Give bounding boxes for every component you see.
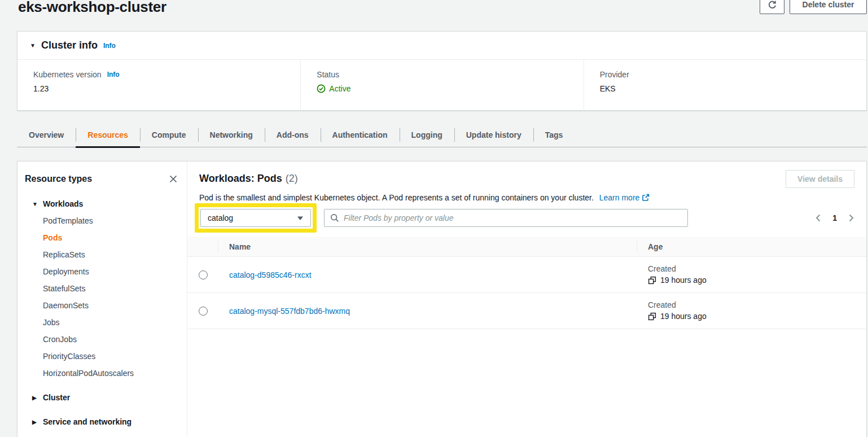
search-icon (330, 213, 339, 222)
tab-label: Add-ons (277, 130, 309, 139)
namespace-filter-dropdown[interactable]: catalog (200, 209, 311, 227)
chevron-down-icon (297, 216, 304, 221)
tab-compute[interactable]: Compute (140, 123, 198, 147)
cluster-info-panel: ▼ Cluster info Info Kubernetes version I… (17, 31, 867, 111)
refresh-icon (768, 0, 777, 10)
status-field: Status Active (300, 60, 583, 111)
sidebar-item-podtemplates[interactable]: PodTemplates (25, 212, 179, 229)
status-text: Active (329, 84, 350, 93)
table-row: catalog-d5985c46-rxcxt Created 19 hours … (187, 257, 866, 293)
pods-filter-searchbox[interactable] (324, 209, 688, 227)
status-label: Status (317, 70, 583, 79)
selection-column-header (187, 237, 218, 256)
sidebar-section-label: Cluster (43, 393, 70, 402)
provider-field: Provider EKS (584, 60, 866, 111)
tab-label: Update history (466, 130, 521, 139)
tab-networking[interactable]: Networking (198, 123, 265, 147)
pods-table-header: Name Age (187, 237, 866, 257)
view-details-button[interactable]: View details (786, 170, 854, 188)
highlight-annotation: catalog (195, 203, 317, 233)
tab-add-ons[interactable]: Add-ons (265, 123, 321, 147)
cluster-info-title: Cluster info (41, 40, 98, 51)
sidebar-item-cronjobs[interactable]: CronJobs (25, 331, 179, 348)
cluster-info-info-link[interactable]: Info (103, 42, 116, 50)
provider-label: Provider (600, 70, 866, 79)
tab-resources[interactable]: Resources (76, 123, 140, 147)
sidebar-item-jobs[interactable]: Jobs (25, 314, 179, 331)
page-title: eks-workshop-cluster (18, 0, 166, 16)
triangle-down-icon: ▼ (32, 201, 43, 207)
sidebar-item-replicasets[interactable]: ReplicaSets (25, 246, 179, 263)
sidebar-section-workloads-header[interactable]: ▼ Workloads (25, 195, 179, 212)
status-value: Active (317, 84, 583, 93)
tab-label: Networking (210, 130, 253, 139)
tab-update-history[interactable]: Update history (454, 123, 533, 147)
kubernetes-version-info-link[interactable]: Info (107, 71, 120, 78)
cluster-tab-bar: Overview Resources Compute Networking Ad… (17, 123, 867, 147)
collapse-caret-icon[interactable]: ▼ (30, 42, 36, 49)
sidebar-item-pods[interactable]: Pods (25, 229, 179, 246)
next-page-icon[interactable] (848, 213, 854, 222)
tab-authentication[interactable]: Authentication (321, 123, 400, 147)
pod-name-link[interactable]: catalog-mysql-557fdb7bd6-hwxmq (229, 307, 350, 316)
tab-tags[interactable]: Tags (533, 123, 575, 147)
tab-logging[interactable]: Logging (400, 123, 454, 147)
tab-label: Compute (152, 130, 186, 139)
refresh-button[interactable] (760, 0, 784, 14)
kubernetes-version-value: 1.23 (33, 84, 300, 93)
tab-label: Tags (545, 130, 563, 139)
tab-label: Authentication (332, 130, 388, 139)
cluster-info-body: Kubernetes version Info 1.23 Status Acti… (17, 60, 866, 111)
kubernetes-version-label-text: Kubernetes version (33, 70, 102, 79)
sidebar-item-priorityclasses[interactable]: PriorityClasses (25, 348, 179, 365)
learn-more-link[interactable]: Learn more (599, 193, 640, 202)
row-radio-button[interactable] (199, 270, 208, 279)
sidebar-section-workloads: ▼ Workloads PodTemplates Pods ReplicaSet… (25, 195, 179, 382)
age-column-header[interactable]: Age (637, 237, 866, 256)
status-check-icon (317, 84, 326, 93)
pagination: 1 (815, 213, 854, 222)
sidebar-section-service-networking-header[interactable]: ▶ Service and networking (25, 413, 179, 430)
current-page-number[interactable]: 1 (832, 213, 837, 222)
pods-table: Name Age catalog-d5985c46-rxcxt Created … (187, 237, 866, 329)
close-icon[interactable] (169, 174, 178, 183)
sidebar-section-service-networking: ▶ Service and networking (25, 413, 179, 430)
tab-label: Overview (29, 130, 64, 139)
dropdown-selected-value: catalog (208, 213, 233, 222)
sidebar-section-label: Service and networking (43, 417, 131, 426)
pods-filter-input[interactable] (344, 213, 682, 222)
pods-description-text: Pod is the smallest and simplest Kuberne… (199, 193, 594, 202)
pods-main-area: Workloads: Pods (2) Pod is the smallest … (187, 161, 866, 437)
row-radio-button[interactable] (199, 307, 208, 316)
copy-icon (648, 276, 656, 285)
triangle-right-icon: ▶ (32, 395, 43, 401)
pod-name-link[interactable]: catalog-d5985c46-rxcxt (229, 270, 312, 279)
page-header: eks-workshop-cluster Delete cluster (0, 0, 868, 27)
sidebar-item-deployments[interactable]: Deployments (25, 263, 179, 280)
resource-types-title: Resource types (25, 174, 92, 184)
sidebar-section-cluster: ▶ Cluster (25, 389, 179, 406)
sidebar-section-cluster-header[interactable]: ▶ Cluster (25, 389, 179, 406)
resources-panel: Resource types ▼ Workloads PodTemplates … (17, 161, 867, 437)
sidebar-item-horizontalpodautoscalers[interactable]: HorizontalPodAutoscalers (25, 365, 179, 382)
kubernetes-version-label: Kubernetes version Info (33, 70, 300, 79)
age-value-text: 19 hours ago (660, 276, 707, 285)
delete-cluster-button[interactable]: Delete cluster (790, 0, 867, 14)
pods-description: Pod is the smallest and simplest Kuberne… (199, 192, 854, 203)
tab-label: Resources (87, 130, 128, 139)
age-created-label: Created (648, 300, 676, 310)
tab-label: Logging (411, 130, 442, 139)
table-row: catalog-mysql-557fdb7bd6-hwxmq Created 1… (187, 293, 866, 329)
copy-icon (648, 312, 656, 321)
provider-value: EKS (600, 84, 866, 93)
triangle-right-icon: ▶ (32, 419, 43, 425)
sidebar-item-statefulsets[interactable]: StatefulSets (25, 280, 179, 297)
name-column-header[interactable]: Name (218, 237, 637, 256)
cluster-info-header[interactable]: ▼ Cluster info Info (17, 32, 866, 60)
tab-overview[interactable]: Overview (17, 123, 76, 147)
external-link-icon (642, 194, 650, 202)
pods-panel-title: Workloads: Pods (199, 173, 282, 185)
sidebar-item-daemonsets[interactable]: DaemonSets (25, 297, 179, 314)
pods-count-badge: (2) (286, 173, 298, 185)
previous-page-icon[interactable] (815, 213, 821, 222)
